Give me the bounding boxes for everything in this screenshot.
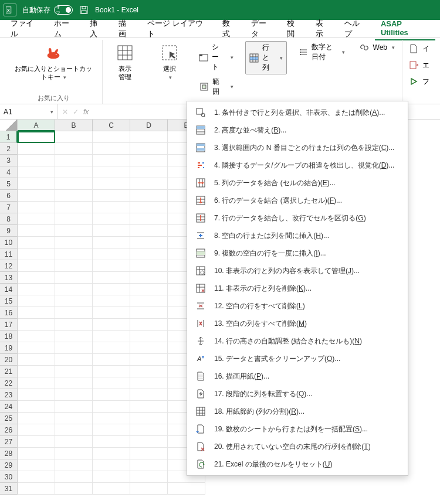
row-header[interactable]: 30 — [0, 471, 18, 483]
cell[interactable] — [18, 389, 55, 401]
cell[interactable] — [93, 331, 130, 342]
cell[interactable] — [18, 307, 55, 319]
menu-item-6[interactable]: 6. 行のデータを結合 (選択したセル)(F)... — [187, 192, 408, 209]
row-header[interactable]: 8 — [0, 213, 18, 225]
cell[interactable] — [18, 413, 55, 424]
cell[interactable] — [18, 143, 55, 155]
cell[interactable] — [18, 155, 55, 166]
menu-item-17[interactable]: 17. 段階的に列を転置する(Q)... — [187, 385, 408, 403]
cell[interactable] — [18, 401, 55, 413]
cell[interactable] — [55, 366, 93, 377]
cell[interactable] — [93, 354, 130, 366]
cell[interactable] — [93, 307, 130, 319]
cell[interactable] — [55, 342, 93, 354]
col-header-D[interactable]: D — [130, 120, 168, 131]
cell[interactable] — [130, 237, 168, 248]
cell[interactable] — [18, 483, 55, 495]
cell[interactable] — [130, 155, 168, 166]
cell[interactable] — [93, 248, 130, 260]
cell[interactable] — [130, 190, 168, 202]
row-header[interactable]: 6 — [0, 190, 18, 202]
row-header[interactable]: 17 — [0, 319, 18, 331]
cell[interactable] — [18, 295, 55, 307]
cell[interactable] — [55, 389, 93, 401]
row-header[interactable]: 11 — [0, 248, 18, 260]
row-header[interactable]: 27 — [0, 436, 18, 448]
cell[interactable] — [168, 483, 205, 495]
cell[interactable] — [55, 202, 93, 213]
cell[interactable] — [55, 131, 93, 143]
cell[interactable] — [93, 260, 130, 272]
cell[interactable] — [18, 377, 55, 389]
row-header[interactable]: 19 — [0, 342, 18, 354]
cell[interactable] — [55, 260, 93, 272]
cell[interactable] — [18, 471, 55, 483]
cell[interactable] — [93, 448, 130, 459]
cell[interactable] — [130, 401, 168, 413]
cell[interactable] — [93, 237, 130, 248]
cell[interactable] — [130, 284, 168, 295]
menu-item-19[interactable]: 19. 数枚のシートから行または列を一括配置(S)... — [187, 420, 408, 438]
cell[interactable] — [55, 448, 93, 459]
row-header[interactable]: 12 — [0, 260, 18, 272]
cell[interactable] — [18, 366, 55, 377]
menu-item-1[interactable]: 1. 条件付きで行と列を選択、非表示、または削除(A)... — [187, 104, 408, 121]
row-header[interactable]: 15 — [0, 295, 18, 307]
cell[interactable] — [130, 213, 168, 225]
row-header[interactable]: 1 — [0, 131, 18, 143]
sheet-button[interactable]: シート▾ — [197, 41, 236, 73]
cell[interactable] — [55, 436, 93, 448]
cell[interactable] — [18, 342, 55, 354]
menu-item-10[interactable]: 10. 非表示の行と列の内容を表示して管理(J)... — [187, 262, 408, 280]
cell[interactable] — [18, 178, 55, 190]
cell[interactable] — [18, 248, 55, 260]
cell[interactable] — [18, 331, 55, 342]
cell[interactable] — [55, 413, 93, 424]
cell[interactable] — [18, 225, 55, 237]
row-header[interactable]: 24 — [0, 401, 18, 413]
menu-item-11[interactable]: 11. 非表示の行と列を削除(K)... — [187, 280, 408, 297]
cell[interactable] — [130, 471, 168, 483]
row-header[interactable]: 3 — [0, 155, 18, 166]
cell[interactable] — [130, 354, 168, 366]
cell[interactable] — [18, 190, 55, 202]
side-btn-1[interactable]: イ — [406, 42, 432, 55]
row-header[interactable]: 31 — [0, 483, 18, 495]
menu-item-15[interactable]: A15. データと書式をクリーンアップ(O)... — [187, 350, 408, 367]
cell[interactable] — [55, 401, 93, 413]
cell[interactable] — [130, 342, 168, 354]
cell[interactable] — [93, 202, 130, 213]
cell[interactable] — [130, 166, 168, 178]
cell[interactable] — [93, 436, 130, 448]
cell[interactable] — [93, 389, 130, 401]
row-header[interactable]: 10 — [0, 237, 18, 248]
row-header[interactable]: 14 — [0, 284, 18, 295]
row-header[interactable]: 26 — [0, 424, 18, 436]
row-header[interactable]: 23 — [0, 389, 18, 401]
col-header-C[interactable]: C — [93, 120, 130, 131]
cell[interactable] — [18, 237, 55, 248]
cell[interactable] — [130, 331, 168, 342]
cell[interactable] — [18, 272, 55, 284]
cell[interactable] — [55, 331, 93, 342]
side-btn-2[interactable]: エ — [406, 59, 432, 71]
cell[interactable] — [55, 143, 93, 155]
cell[interactable] — [93, 413, 130, 424]
menu-item-21[interactable]: 21. Excel の最後のセルをリセット(U) — [187, 455, 408, 473]
cell[interactable] — [93, 213, 130, 225]
name-box[interactable]: A1 ▾ — [0, 104, 57, 119]
menu-item-8[interactable]: 8. 空白の行または列を間に挿入(H)... — [187, 227, 408, 244]
cell[interactable] — [93, 272, 130, 284]
col-header-A[interactable]: A — [18, 120, 55, 131]
row-header[interactable]: 9 — [0, 225, 18, 237]
cell[interactable] — [130, 143, 168, 155]
cell[interactable] — [55, 295, 93, 307]
cell[interactable] — [55, 190, 93, 202]
cell[interactable] — [18, 436, 55, 448]
cell[interactable] — [93, 131, 130, 143]
tab-asap-utilities[interactable]: ASAP Utilities — [375, 17, 435, 40]
cell[interactable] — [130, 131, 168, 143]
autosave-toggle[interactable]: 自動保存 オフ — [22, 5, 73, 15]
menu-item-16[interactable]: 16. 描画用紙(P)... — [187, 367, 408, 385]
save-icon[interactable] — [79, 5, 89, 15]
